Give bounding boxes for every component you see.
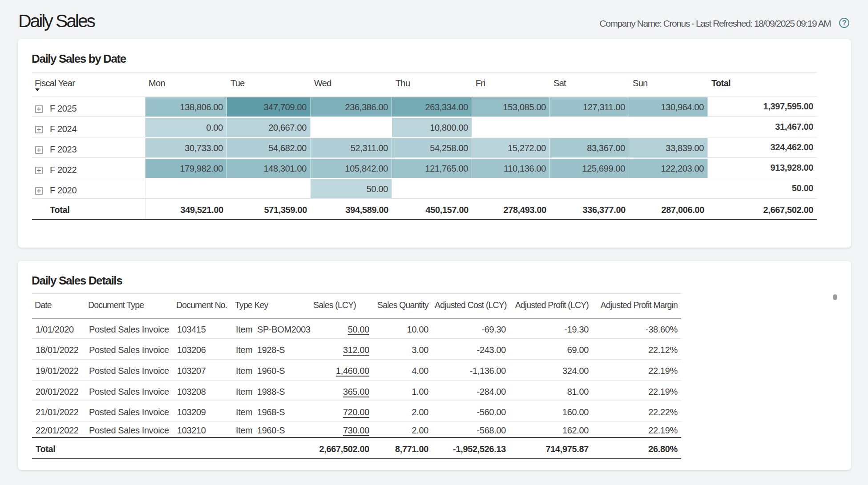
svg-text:?: ? [842,19,847,27]
